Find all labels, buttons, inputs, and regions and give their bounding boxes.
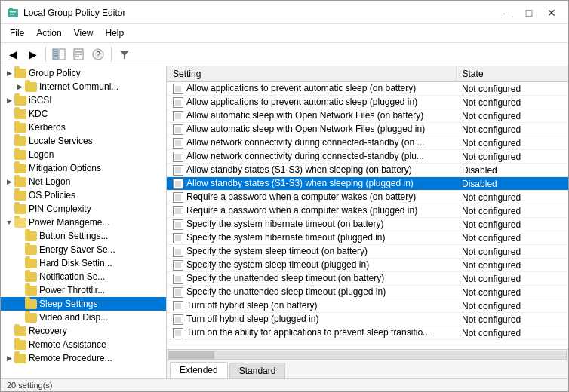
sidebar-item-remote-procedure[interactable]: ▶ Remote Procedure... [1,351,166,365]
cell-setting: Allow applications to prevent automatic … [167,82,456,96]
properties-button[interactable] [69,45,88,63]
svg-marker-15 [120,51,129,59]
menu-item-help[interactable]: Help [100,26,131,41]
policy-icon [173,152,183,162]
horizontal-scrollbar[interactable] [167,349,568,360]
minimize-button[interactable]: – [496,5,517,20]
sidebar-item-internet-communi[interactable]: ▶ Internet Communi... [1,80,166,93]
menu-item-view[interactable]: View [68,26,100,41]
arrow-net-logon: ▶ [4,178,14,185]
show-hide-console-tree[interactable] [50,45,68,63]
table-row[interactable]: Allow applications to prevent automatic … [167,82,568,96]
label-button-settings: Button Settings... [39,231,108,241]
toolbar-sep-2 [111,47,112,62]
table-row[interactable]: Require a password when a computer wakes… [167,204,568,218]
col-header-state[interactable]: State [456,66,568,82]
folder-icon-pin-complexity [14,204,26,214]
folder-icon-power-throttling [25,286,37,296]
sidebar-item-hard-disk-settings[interactable]: Hard Disk Settin... [1,256,166,270]
table-row[interactable]: Allow standby states (S1-S3) when sleepi… [167,177,568,191]
policy-icon [173,124,183,135]
folder-icon-mitigation [14,164,26,173]
table-row[interactable]: Allow automatic sleep with Open Network … [167,123,568,136]
sidebar-item-power-throttling[interactable]: Power Throttlir... [1,283,166,297]
table-row[interactable]: Specify the system sleep timeout (plugge… [167,259,568,272]
table-row[interactable]: Turn on the ability for applications to … [167,326,568,340]
sidebar-item-net-logon[interactable]: ▶ Net Logon [1,175,166,188]
sidebar-item-video-disp[interactable]: Video and Disp... [1,311,166,324]
label-video-disp: Video and Disp... [39,312,108,323]
table-row[interactable]: Turn off hybrid sleep (on battery)Not co… [167,299,568,313]
sidebar-item-pin-complexity[interactable]: PIN Complexity [1,202,166,216]
sidebar-item-remote-assistance[interactable]: Remote Assistance [1,338,166,351]
cell-state: Not configured [456,245,568,259]
maximize-button[interactable]: □ [518,5,540,20]
sidebar-item-recovery[interactable]: Recovery [1,324,166,338]
cell-setting: Require a password when a computer wakes… [167,204,456,218]
sidebar-item-energy-saver[interactable]: Energy Saver Se... [1,243,166,256]
sidebar-item-logon[interactable]: Logon [1,148,166,161]
folder-icon-locale-services [14,136,26,146]
table-row[interactable]: Specify the system sleep timeout (on bat… [167,245,568,259]
cell-state: Not configured [456,96,568,109]
table-row[interactable]: Specify the system hibernate timeout (on… [167,218,568,231]
policy-icon [173,111,183,121]
table-row[interactable]: Allow network connectivity during connec… [167,136,568,150]
table-row[interactable]: Require a password when a computer wakes… [167,191,568,204]
menu-item-file[interactable]: File [4,26,30,41]
tab-standard[interactable]: Standard [229,363,286,378]
folder-icon-iscsi [14,96,26,106]
sidebar-item-kerberos[interactable]: Kerberos [1,121,166,134]
table-row[interactable]: Specify the unattended sleep timeout (pl… [167,286,568,299]
label-energy-saver: Energy Saver Se... [39,244,115,255]
label-kerberos: Kerberos [29,122,66,133]
cell-setting: Specify the unattended sleep timeout (on… [167,272,456,286]
settings-table-container[interactable]: Setting State Allow applications to prev… [167,66,568,349]
cell-setting: Require a password when a computer wakes… [167,191,456,204]
help-button[interactable]: ? [89,45,107,63]
app-icon [7,7,19,19]
table-row[interactable]: Specify the system hibernate timeout (pl… [167,231,568,245]
content-panel: Setting State Allow applications to prev… [167,66,568,378]
back-button[interactable]: ◀ [4,45,22,63]
cell-setting: Turn on the ability for applications to … [167,326,456,340]
sidebar-item-os-policies[interactable]: OS Policies [1,188,166,202]
cell-state: Not configured [456,109,568,123]
sidebar-item-sleep-settings[interactable]: Sleep Settings [1,297,166,311]
table-row[interactable]: Specify the unattended sleep timeout (on… [167,272,568,286]
table-row[interactable]: Allow standby states (S1-S3) when sleepi… [167,164,568,177]
title-bar: Local Group Policy Editor – □ ✕ [1,1,568,24]
sidebar-item-button-settings[interactable]: Button Settings... [1,229,166,243]
sidebar-item-mitigation-options[interactable]: Mitigation Options [1,161,166,175]
table-row[interactable]: Allow applications to prevent automatic … [167,96,568,109]
sidebar-item-group-policy[interactable]: ▶ Group Policy [1,66,166,80]
label-sleep-settings: Sleep Settings [39,299,97,309]
tab-extended[interactable]: Extended [170,362,228,378]
folder-icon-group-policy [14,69,26,78]
sidebar-item-power-management[interactable]: ▼ Power Manageme... [1,216,166,229]
policy-icon [173,328,183,338]
status-text: 20 setting(s) [7,381,53,390]
folder-icon-internet-communi [25,82,37,92]
policy-icon [173,247,183,257]
sidebar-item-iscsi[interactable]: ▶ iSCSI [1,93,166,107]
col-header-setting[interactable]: Setting [167,66,456,82]
close-button[interactable]: ✕ [541,5,562,20]
svg-text:?: ? [96,51,100,59]
table-row[interactable]: Allow automatic sleep with Open Network … [167,109,568,123]
cell-setting: Turn off hybrid sleep (on battery) [167,299,456,313]
main-area: ▶ Group Policy ▶ Internet Communi... ▶ i… [1,66,568,378]
folder-icon-remote-procedure [14,354,26,363]
sidebar-item-notification-se[interactable]: Notification Se... [1,270,166,283]
svg-rect-2 [10,11,16,13]
table-row[interactable]: Allow network connectivity during connec… [167,150,568,164]
arrow-internet-communi: ▶ [14,83,25,90]
sidebar-item-kdc[interactable]: KDC [1,107,166,121]
cell-state: Disabled [456,177,568,191]
table-row[interactable]: Turn off hybrid sleep (plugged in)Not co… [167,313,568,326]
policy-icon [173,138,183,149]
filter-button[interactable] [115,45,134,63]
forward-button[interactable]: ▶ [23,45,42,63]
sidebar-item-locale-services[interactable]: Locale Services [1,134,166,148]
menu-item-action[interactable]: Action [30,26,67,41]
